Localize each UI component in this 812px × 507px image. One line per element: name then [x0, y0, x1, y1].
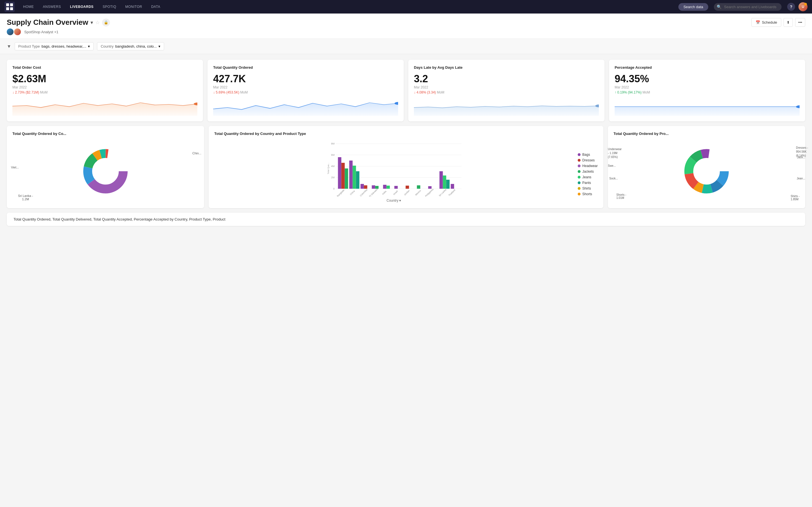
topnav-right: ? U [787, 2, 808, 11]
svg-rect-33 [364, 185, 367, 189]
svg-point-66 [694, 159, 719, 184]
legend-dot-jackets [578, 170, 580, 173]
svg-rect-26 [338, 157, 342, 189]
sparkline-pct-accepted [615, 98, 800, 116]
legend-pants: Pants [578, 181, 598, 185]
filter-value-country: bangladesh, china, colo... [115, 44, 157, 48]
bar-x-label: Country ▾ [214, 199, 573, 203]
svg-text:Mexico: Mexico [415, 189, 422, 196]
legend-label-jeans: Jeans [582, 175, 591, 179]
legend-dot-shirts [578, 187, 580, 190]
chart-title-donut-left: Total Quantity Ordered by Co... [12, 131, 199, 136]
svg-rect-38 [395, 186, 398, 189]
nav-liveboards[interactable]: LIVEBOARDS [66, 3, 98, 10]
schedule-button[interactable]: 📅 Schedule [751, 18, 781, 27]
svg-rect-41 [428, 186, 432, 189]
legend-headwear: Headwear [578, 164, 598, 168]
card-bar-mid: Total Quantity Ordered by Country and Pr… [209, 126, 603, 208]
favorite-icon[interactable]: ☆ [95, 19, 100, 25]
svg-rect-31 [356, 171, 359, 189]
svg-text:Total Qua...: Total Qua... [327, 163, 329, 174]
metric-change-pct-accepted: ↑ 0.19% (94.17%) MoM [615, 91, 800, 94]
donut-left-label-china: Chin... [192, 152, 201, 155]
svg-rect-43 [443, 175, 446, 189]
filter-dropdown-icon: ▾ [88, 44, 90, 48]
donut-right-label-underwear: Underwear- 1.19M(7.65%) [608, 147, 622, 159]
svg-text:Jordan: Jordan [403, 189, 410, 196]
svg-text:Sri Lanka: Sri Lanka [439, 188, 447, 196]
nav-answers[interactable]: ANSWERS [39, 3, 65, 10]
svg-rect-27 [342, 163, 345, 189]
svg-rect-36 [383, 185, 387, 189]
svg-text:Thailand: Thailand [448, 189, 456, 196]
svg-rect-40 [417, 185, 420, 189]
bar-x-dropdown[interactable]: ▾ [399, 199, 401, 203]
card-donut-left: Total Quantity Ordered by Co... Chin... … [7, 126, 204, 208]
search-input[interactable] [714, 3, 781, 11]
metric-change-days-late: ↓ 4.08% (3.34) MoM [414, 91, 599, 94]
search-data-button[interactable]: Search data [678, 3, 708, 11]
legend-jeans: Jeans [578, 175, 598, 179]
page-header-left: Supply Chain Overview ▾ ☆ 🔒 SpotShop Ana… [7, 18, 110, 35]
nav-home[interactable]: HOME [19, 3, 38, 10]
svg-text:4M: 4M [331, 165, 335, 168]
svg-text:Colombia: Colombia [359, 188, 368, 196]
sparkline-quantity [213, 98, 398, 116]
bar-legend: Bags Dresses Headwear Jackets [578, 140, 598, 203]
svg-text:8M: 8M [331, 142, 335, 145]
svg-text:Banglade..: Banglade.. [336, 188, 346, 196]
help-button[interactable]: ? [787, 3, 795, 11]
legend-dot-bags [578, 153, 580, 156]
svg-rect-4 [10, 7, 13, 10]
logo[interactable] [4, 2, 15, 12]
lock-icon[interactable]: 🔒 [102, 18, 110, 26]
donut-right-label-shorts: Shorts -1.01M [616, 193, 626, 200]
more-options-button[interactable]: ••• [795, 18, 805, 27]
charts-row: Total Quantity Ordered by Co... Chin... … [7, 126, 805, 208]
donut-left-label-srilanka: Sri Lanka -1.2M [18, 194, 33, 201]
page-header: Supply Chain Overview ▾ ☆ 🔒 SpotShop Ana… [0, 13, 812, 39]
nav-data[interactable]: DATA [147, 3, 164, 10]
legend-shorts: Shorts [578, 192, 598, 196]
filter-chip-product-type[interactable]: Product Type bags, dresses, headwear,...… [15, 42, 94, 50]
metric-change-quantity: ↓ 5.69% (453.5K) MoM [213, 91, 398, 94]
svg-rect-37 [387, 186, 390, 189]
title-dropdown-icon[interactable]: ▾ [91, 19, 93, 25]
search-wrap: 🔍 [714, 3, 781, 11]
metric-date-quantity: Mar 2022 [213, 86, 398, 89]
legend-label-bags: Bags [582, 153, 590, 157]
filter-icon: ▼ [7, 44, 11, 49]
avatar-analyst-1 [7, 29, 13, 35]
legend-jackets: Jackets [578, 170, 598, 173]
search-icon: 🔍 [717, 4, 721, 9]
svg-rect-1 [6, 3, 9, 6]
subtitle-text: SpotShop Analyst +1 [24, 30, 58, 34]
card-percentage-accepted: Percentage Accepted 94.35% Mar 2022 ↑ 0.… [609, 60, 805, 121]
legend-dot-shorts [578, 193, 580, 195]
calendar-icon: 📅 [756, 20, 760, 24]
metric-value-days-late: 3.2 [414, 73, 599, 85]
chart-title-donut-right: Total Quantity Ordered by Pro... [613, 131, 800, 136]
svg-rect-34 [372, 185, 375, 189]
filter-chip-country[interactable]: Country bangladesh, china, colo... ▾ [97, 42, 164, 50]
svg-rect-3 [6, 7, 9, 10]
metric-value-pct-accepted: 94.35% [615, 73, 800, 85]
svg-rect-32 [361, 184, 364, 189]
nav-spotiq[interactable]: SPOTIQ [99, 3, 120, 10]
donut-right-label-dresses: Dresses -954.56K(6.14%) [796, 146, 808, 158]
legend-label-jackets: Jackets [582, 170, 594, 173]
metric-title-pct-accepted: Percentage Accepted [615, 65, 800, 69]
nav-monitor[interactable]: MONITOR [121, 3, 146, 10]
svg-rect-39 [406, 186, 409, 189]
filter-key-country: Country [101, 44, 114, 48]
donut-right-label-swe: Swe... [608, 164, 616, 167]
svg-rect-0 [4, 2, 15, 12]
svg-rect-28 [345, 168, 348, 189]
svg-rect-44 [446, 180, 450, 189]
bar-chart-area: 8M 6M 4M 2M 0 [214, 140, 573, 203]
svg-rect-30 [353, 166, 356, 189]
svg-text:0: 0 [333, 187, 335, 190]
legend-dot-dresses [578, 159, 580, 162]
export-button[interactable]: ⬆ [783, 18, 793, 27]
filter-bar: ▼ Product Type bags, dresses, headwear,.… [0, 39, 812, 54]
